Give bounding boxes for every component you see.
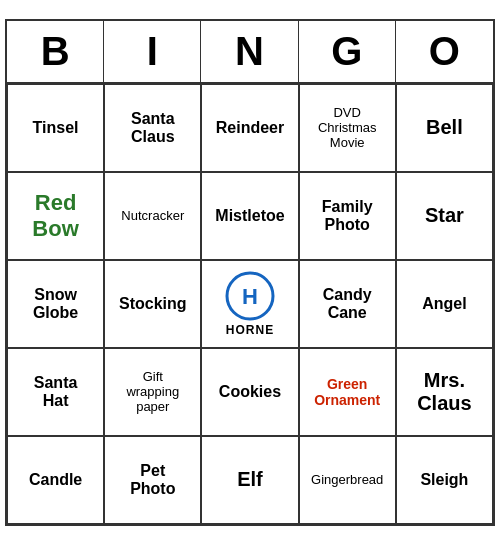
bingo-cell: Green Ornament — [299, 348, 396, 436]
bingo-card: BINGO TinselSanta ClausReindeerDVD Chris… — [5, 19, 495, 526]
bingo-cell: Gingerbread — [299, 436, 396, 524]
bingo-cell: Angel — [396, 260, 493, 348]
cell-text: Cookies — [219, 383, 281, 401]
cell-text: Angel — [422, 295, 466, 313]
bingo-cell: Mistletoe — [201, 172, 298, 260]
bingo-cell: Santa Claus — [104, 84, 201, 172]
cell-text: Tinsel — [33, 119, 79, 137]
bingo-cell: Sleigh — [396, 436, 493, 524]
bingo-cell: Nutcracker — [104, 172, 201, 260]
bingo-cell: Tinsel — [7, 84, 104, 172]
bingo-cell: Mrs. Claus — [396, 348, 493, 436]
bingo-cell: Reindeer — [201, 84, 298, 172]
cell-text: Pet Photo — [130, 462, 175, 498]
horne-label: HORNE — [226, 323, 274, 337]
header-letter: G — [299, 21, 396, 82]
cell-text: Santa Claus — [131, 110, 175, 146]
bingo-header: BINGO — [7, 21, 493, 84]
bingo-cell: Stocking — [104, 260, 201, 348]
cell-text: Mrs. Claus — [417, 369, 471, 415]
cell-text: Gift wrapping paper — [126, 369, 179, 414]
bingo-cell: H HORNE — [201, 260, 298, 348]
bingo-cell: Gift wrapping paper — [104, 348, 201, 436]
bingo-cell: Pet Photo — [104, 436, 201, 524]
bingo-cell: Candy Cane — [299, 260, 396, 348]
cell-text: Santa Hat — [34, 374, 78, 410]
header-letter: B — [7, 21, 104, 82]
cell-text: Reindeer — [216, 119, 284, 137]
cell-text: Gingerbread — [311, 472, 383, 487]
cell-text: Snow Globe — [33, 286, 78, 322]
bingo-cell: Santa Hat — [7, 348, 104, 436]
cell-text: Mistletoe — [215, 207, 284, 225]
cell-text: Sleigh — [420, 471, 468, 489]
bingo-grid: TinselSanta ClausReindeerDVD Christmas M… — [7, 84, 493, 524]
bingo-cell: DVD Christmas Movie — [299, 84, 396, 172]
cell-text: Star — [425, 204, 464, 227]
header-letter: N — [201, 21, 298, 82]
bingo-cell: Red Bow — [7, 172, 104, 260]
cell-text: DVD Christmas Movie — [304, 105, 391, 150]
horne-logo-icon: H — [225, 271, 275, 321]
cell-text: Elf — [237, 468, 263, 491]
cell-text: Candle — [29, 471, 82, 489]
cell-text: Stocking — [119, 295, 187, 313]
svg-text:H: H — [242, 284, 258, 309]
bingo-cell: Candle — [7, 436, 104, 524]
cell-text: Green Ornament — [314, 376, 380, 408]
cell-text: Red Bow — [32, 190, 78, 242]
bingo-cell: Cookies — [201, 348, 298, 436]
bingo-cell: Snow Globe — [7, 260, 104, 348]
header-letter: I — [104, 21, 201, 82]
cell-text: Bell — [426, 116, 463, 139]
header-letter: O — [396, 21, 493, 82]
bingo-cell: Bell — [396, 84, 493, 172]
cell-text: Candy Cane — [323, 286, 372, 322]
bingo-cell: Elf — [201, 436, 298, 524]
bingo-cell: Family Photo — [299, 172, 396, 260]
cell-text: Nutcracker — [121, 208, 184, 223]
cell-text: Family Photo — [322, 198, 373, 234]
bingo-cell: Star — [396, 172, 493, 260]
